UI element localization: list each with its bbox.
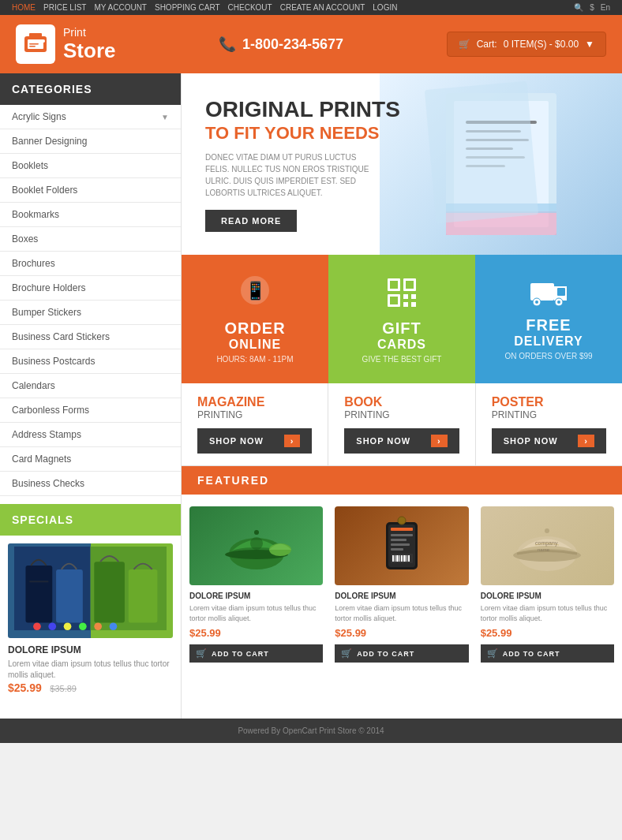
- sidebar-item-label: Carbonless Forms: [12, 405, 89, 416]
- specials-box[interactable]: SPECIALS: [0, 504, 181, 536]
- arrow-right-icon: ›: [578, 435, 594, 447]
- cart-icon: 🛒: [487, 648, 499, 659]
- featured-item-3-cart-button[interactable]: 🛒 ADD TO CART: [481, 644, 614, 663]
- sidebar-item-boxes[interactable]: Boxes: [0, 227, 181, 252]
- svg-point-17: [94, 622, 102, 630]
- sidebar-item-acrylic[interactable]: Acrylic Signs ▼: [0, 105, 181, 129]
- read-more-button[interactable]: READ MORE: [205, 210, 297, 232]
- logo-text: Print Store: [63, 26, 115, 63]
- sidebar-item-brochures[interactable]: Brochures: [0, 252, 181, 276]
- sidebar-item-brochure-holders[interactable]: Brochure Holders: [0, 276, 181, 301]
- cart-dropdown-icon: ▼: [585, 39, 594, 50]
- svg-rect-61: [391, 543, 410, 546]
- sidebar-item-calendars[interactable]: Calendars: [0, 374, 181, 398]
- featured-item-2-desc: Lorem vitae diam ipsum totus tellus thuc…: [335, 603, 468, 623]
- hero-banner: ORIGINAL PRINTS TO FIT YOUR NEEDS DONEC …: [182, 73, 622, 255]
- sidebar-item-bumper[interactable]: Bumper Stickers: [0, 301, 181, 325]
- nav-login[interactable]: LOGIN: [373, 3, 397, 12]
- sidebar-item-card-magnets[interactable]: Card Magnets: [0, 447, 181, 472]
- poster-shop-button[interactable]: SHOP NOW ›: [492, 428, 606, 454]
- sidebar-item-label: Booklets: [12, 160, 48, 171]
- svg-point-76: [545, 528, 549, 533]
- sidebar-item-label: Brochures: [12, 258, 55, 269]
- logo-store: Store: [63, 39, 115, 63]
- sidebar-item-label: Business Card Stickers: [12, 331, 110, 342]
- featured-item-3-desc: Lorem vitae diam ipsum totus tellus thuc…: [481, 603, 614, 623]
- header: Print Store 📞 1-800-234-5677 🛒 Cart: 0 I…: [0, 15, 622, 73]
- nav-pricelist[interactable]: PRICE LIST: [43, 3, 86, 12]
- feature-order-subtitle: ONLINE: [229, 338, 281, 352]
- nav-myaccount[interactable]: MY ACCOUNT: [94, 3, 147, 12]
- poster-title: POSTER: [492, 395, 544, 409]
- svg-rect-35: [406, 281, 414, 289]
- feature-gift-cards[interactable]: GIFT CARDS GIVE THE BEST GIFT: [328, 255, 475, 383]
- cart-button[interactable]: 🛒 Cart: 0 ITEM(S) - $0.00 ▼: [447, 32, 606, 57]
- svg-rect-29: [424, 81, 538, 223]
- currency-selector[interactable]: $: [590, 3, 594, 12]
- svg-point-13: [33, 622, 41, 630]
- phone-icon: 📞: [219, 35, 236, 53]
- sidebar-item-carbonless[interactable]: Carbonless Forms: [0, 398, 181, 423]
- hero-text: ORIGINAL PRINTS TO FIT YOUR NEEDS DONEC …: [205, 96, 400, 232]
- nav-cart[interactable]: SHOPPING CART: [155, 3, 220, 12]
- top-nav[interactable]: HOME PRICE LIST MY ACCOUNT SHOPPING CART…: [12, 3, 397, 12]
- sidebar-item-label: Calendars: [12, 380, 55, 391]
- nav-home[interactable]: HOME: [12, 3, 36, 12]
- featured-item-1: DOLORE IPSUM Lorem vitae diam ipsum totu…: [189, 506, 323, 663]
- feature-delivery-subtitle: DELIVERY: [514, 334, 583, 349]
- phone-number: 1-800-234-5677: [242, 36, 343, 53]
- logo-icon: [16, 24, 55, 64]
- hero-background: [380, 73, 622, 255]
- svg-rect-62: [391, 548, 403, 551]
- feature-order-desc: HOURS: 8AM - 11PM: [216, 355, 293, 364]
- featured-header: FEATURED: [182, 466, 622, 495]
- book-shop-button[interactable]: SHOP NOW ›: [344, 428, 459, 454]
- top-bar: HOME PRICE LIST MY ACCOUNT SHOPPING CART…: [0, 0, 622, 15]
- svg-text:name: name: [538, 547, 550, 552]
- hero-subtitle: TO FIT YOUR NEEDS: [205, 123, 400, 144]
- footer: Powered By OpenCart Print Store © 2014: [0, 719, 622, 743]
- chevron-down-icon: ▼: [161, 113, 169, 121]
- svg-rect-60: [391, 539, 407, 541]
- svg-point-16: [79, 622, 87, 630]
- magazine-shop-button[interactable]: SHOP NOW ›: [197, 428, 312, 454]
- sidebar-item-biz-postcards[interactable]: Business Postcards: [0, 349, 181, 374]
- sidebar: CATEGORIES Acrylic Signs ▼ Banner Design…: [0, 73, 182, 719]
- svg-rect-9: [29, 581, 48, 582]
- language-selector[interactable]: En: [601, 3, 610, 12]
- sidebar-item-booklet-folders[interactable]: Booklet Folders: [0, 178, 181, 203]
- sidebar-item-bookmarks[interactable]: Bookmarks: [0, 203, 181, 227]
- sidebar-item-booklets[interactable]: Booklets: [0, 154, 181, 178]
- cart-icon: 🛒: [459, 39, 470, 50]
- nav-checkout[interactable]: CHECKOUT: [228, 3, 272, 12]
- feature-order-title: ORDER: [224, 319, 285, 338]
- svg-rect-66: [395, 555, 395, 562]
- featured-item-2-cart-button[interactable]: 🛒 ADD TO CART: [335, 644, 468, 663]
- feature-order-online[interactable]: 📱 ORDER ONLINE HOURS: 8AM - 11PM: [182, 255, 328, 383]
- featured-item-2-title: DOLORE IPSUM: [335, 592, 468, 600]
- sidebar-item-biz-card-stickers[interactable]: Business Card Stickers: [0, 325, 181, 349]
- sidebar-item-banner[interactable]: Banner Designing: [0, 129, 181, 154]
- sidebar-item-label: Card Magnets: [12, 454, 71, 465]
- feature-gift-subtitle: CARDS: [377, 338, 426, 352]
- sidebar-item-label: Acrylic Signs: [12, 111, 66, 122]
- svg-point-15: [64, 622, 72, 630]
- sidebar-item-address-stamps[interactable]: Address Stamps: [0, 423, 181, 447]
- qr-icon: [384, 275, 419, 313]
- search-icon[interactable]: 🔍: [574, 3, 583, 12]
- svg-point-53: [254, 530, 259, 535]
- featured-item-3-title: DOLORE IPSUM: [481, 592, 614, 600]
- svg-rect-45: [557, 288, 565, 296]
- add-to-cart-label: ADD TO CART: [212, 650, 269, 658]
- phone-area: 📞 1-800-234-5677: [219, 35, 343, 53]
- svg-rect-12: [129, 569, 158, 623]
- feature-delivery[interactable]: FREE DELIVERY ON ORDERS OVER $99: [475, 255, 622, 383]
- featured-item-1-cart-button[interactable]: 🛒 ADD TO CART: [189, 644, 323, 663]
- svg-rect-11: [94, 562, 125, 622]
- hero-title: ORIGINAL PRINTS: [205, 96, 400, 123]
- book-subtitle: PRINTING: [344, 409, 459, 420]
- nav-create[interactable]: CREATE AN ACCOUNT: [280, 3, 365, 12]
- svg-rect-42: [530, 283, 554, 301]
- featured-item-1-desc: Lorem vitae diam ipsum totus tellus thuc…: [189, 603, 323, 623]
- sidebar-item-biz-checks[interactable]: Business Checks: [0, 472, 181, 496]
